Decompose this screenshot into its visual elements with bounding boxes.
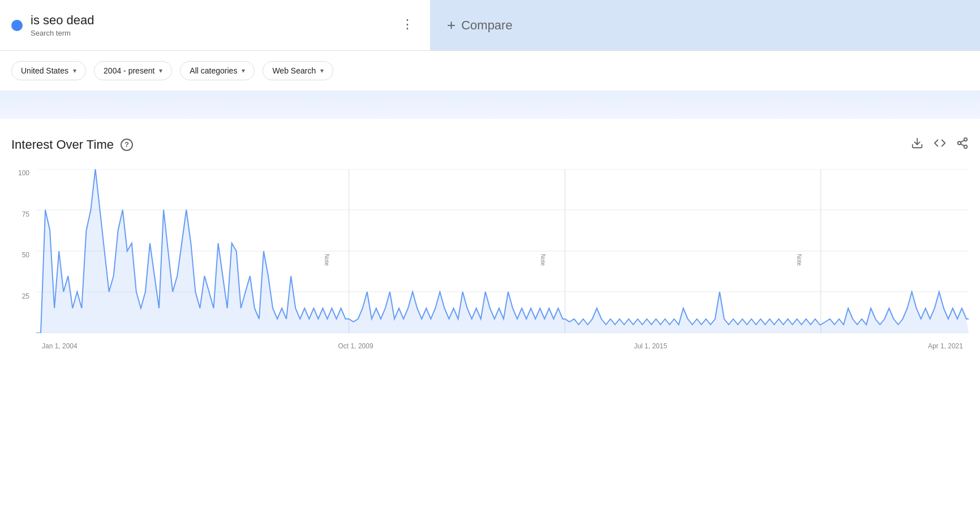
y-label-75: 75 (11, 210, 34, 218)
location-label: United States (21, 66, 68, 75)
search-type-filter[interactable]: Web Search ▾ (263, 61, 333, 80)
search-term-text: is seo dead Search term (31, 13, 389, 37)
search-term-subtitle: Search term (31, 29, 389, 37)
y-label-25: 25 (11, 292, 34, 300)
search-term-area: is seo dead Search term ⋮ (0, 0, 430, 50)
chart-inner: Note Note Note (36, 169, 969, 333)
compare-plus-icon: + (447, 16, 455, 34)
search-type-label: Web Search (272, 66, 316, 75)
y-axis: 100 75 50 25 (11, 169, 34, 333)
chart-area: 100 75 50 25 Note Note Note (0, 163, 980, 361)
chart-container: 100 75 50 25 Note Note Note (11, 169, 969, 350)
banner-strip (0, 90, 980, 119)
y-label-50: 50 (11, 251, 34, 259)
x-label-2015: Jul 1, 2015 (634, 342, 667, 350)
more-options-icon[interactable]: ⋮ (397, 15, 419, 34)
time-range-filter[interactable]: 2004 - present ▾ (94, 61, 172, 80)
category-chevron: ▾ (242, 67, 245, 75)
toolbar-icons (911, 137, 969, 152)
search-type-chevron: ▾ (320, 67, 324, 75)
trend-chart-svg: Note Note Note (36, 169, 969, 333)
svg-line-5 (961, 140, 964, 143)
x-label-2004: Jan 1, 2004 (42, 342, 78, 350)
location-chevron: ▾ (73, 67, 76, 75)
svg-text:Note: Note (324, 254, 330, 266)
section-header: Interest Over Time ? (0, 119, 980, 163)
x-axis-labels: Jan 1, 2004 Oct 1, 2009 Jul 1, 2015 Apr … (36, 342, 969, 350)
svg-line-4 (961, 144, 964, 146)
x-label-2021: Apr 1, 2021 (928, 342, 963, 350)
x-label-2009: Oct 1, 2009 (338, 342, 373, 350)
section-title-group: Interest Over Time ? (11, 137, 133, 152)
location-filter[interactable]: United States ▾ (11, 61, 86, 80)
y-label-100: 100 (11, 169, 34, 177)
share-icon[interactable] (956, 137, 969, 152)
category-filter[interactable]: All categories ▾ (180, 61, 255, 80)
svg-text:Note: Note (540, 254, 546, 266)
category-label: All categories (190, 66, 237, 75)
embed-icon[interactable] (934, 137, 946, 152)
compare-area[interactable]: + Compare (430, 0, 980, 50)
svg-text:Note: Note (796, 254, 802, 266)
time-range-chevron: ▾ (159, 67, 162, 75)
compare-label: Compare (461, 18, 512, 33)
time-range-label: 2004 - present (104, 66, 154, 75)
help-icon[interactable]: ? (121, 139, 133, 151)
top-bar: is seo dead Search term ⋮ + Compare (0, 0, 980, 51)
search-term-dot (11, 20, 23, 31)
section-title: Interest Over Time (11, 137, 114, 152)
download-icon[interactable] (911, 137, 923, 152)
filters-bar: United States ▾ 2004 - present ▾ All cat… (0, 51, 980, 90)
search-term-title: is seo dead (31, 13, 389, 28)
